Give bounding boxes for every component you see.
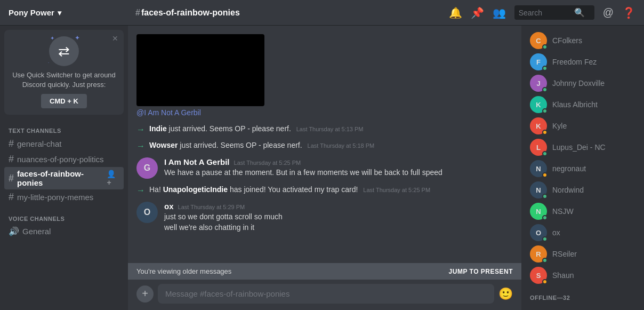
- status-online-dot: [542, 66, 548, 71]
- timestamp: Last Thursday at 5:18 PM: [308, 142, 375, 149]
- server-name[interactable]: Pony Power ▾: [9, 8, 131, 17]
- member-cfolkers[interactable]: C CFolkers: [524, 30, 642, 51]
- member-kyle[interactable]: K Kyle: [524, 115, 642, 137]
- member-nordwind[interactable]: N Nordwind: [524, 179, 642, 201]
- member-name: Johnny Doxville: [552, 79, 605, 88]
- status-online-dot: [542, 44, 548, 50]
- chevron-down-icon: ▾: [58, 9, 61, 17]
- left-sidebar: ✕ ⇄ ✦ ✦ · Use Quick Switcher to get arou…: [0, 26, 128, 310]
- avatar: G: [136, 157, 158, 179]
- offline-section-label: OFFLINE—32: [521, 286, 644, 303]
- voice-channels-label: VOICE CHANNELS: [4, 216, 124, 222]
- message-timestamp: Last Thursday at 5:25 PM: [234, 160, 301, 166]
- text-channels-label: TEXT CHANNELS: [4, 128, 124, 134]
- channel-title: #faces-of-rainbow-ponies: [131, 8, 449, 18]
- pin-icon[interactable]: 📌: [471, 6, 484, 19]
- center-content: @I Am Not A Gerbil → Indie just arrived.…: [128, 26, 521, 310]
- sidebar-item-general-voice[interactable]: 🔊 General: [4, 224, 124, 239]
- member-name: Nordwind: [552, 186, 584, 194]
- voice-channels-section: VOICE CHANNELS 🔊 General: [0, 207, 128, 241]
- member-name: NSJW: [552, 207, 574, 216]
- sidebar-item-general-chat[interactable]: # general-chat: [4, 136, 124, 152]
- bell-icon[interactable]: 🔔: [449, 6, 462, 19]
- member-freedom-fez[interactable]: F Freedom Fez: [524, 51, 642, 73]
- member-lupus-dei[interactable]: L Lupus_Dei - NC: [524, 137, 642, 158]
- older-banner-text: You're viewing older messages: [136, 267, 231, 275]
- member-name: Klaus Albricht: [552, 100, 598, 109]
- system-message-1: → Indie just arrived. Seems OP - please …: [136, 123, 513, 136]
- member-name: ox: [552, 228, 560, 237]
- member-negronaut[interactable]: N negronaut: [524, 158, 642, 179]
- message-ox: O ox Last Thursday at 5:29 PM just so we…: [136, 201, 513, 234]
- search-bar[interactable]: 🔍: [514, 5, 594, 20]
- older-messages-banner: You're viewing older messages JUMP TO PR…: [128, 263, 521, 280]
- server-name-label: Pony Power: [9, 8, 54, 17]
- avatar: K: [530, 96, 547, 113]
- avatar: O: [136, 202, 158, 223]
- message-input[interactable]: [158, 284, 494, 304]
- message-header: I Am Not A Gerbil Last Thursday at 5:25 …: [164, 157, 513, 166]
- status-idle-dot: [542, 130, 548, 135]
- status-online-dot: [542, 87, 548, 92]
- avatar: N: [530, 203, 547, 220]
- at-icon[interactable]: @: [603, 6, 614, 19]
- image-placeholder: [136, 34, 264, 106]
- attachment-button[interactable]: +: [136, 285, 154, 303]
- arrow-icon: →: [136, 141, 145, 151]
- member-name: RSeiler: [552, 250, 577, 258]
- member-name: Kyle: [552, 122, 567, 130]
- join-timestamp: Last Thursday at 5:25 PM: [363, 187, 430, 193]
- members-icon[interactable]: 👥: [493, 6, 506, 19]
- member-name: Shaun: [552, 271, 574, 280]
- quick-switcher-text: Use Quick Switcher to get around Discord…: [11, 70, 117, 90]
- message-timestamp: Last Thursday at 5:29 PM: [178, 204, 245, 210]
- message-content-2: well we're also chatting in it: [164, 222, 513, 233]
- avatar: R: [530, 245, 547, 263]
- member-shaun[interactable]: S Shaun: [524, 265, 642, 286]
- jump-to-present-button[interactable]: JUMP TO PRESENT: [449, 268, 513, 275]
- messages-area: @I Am Not A Gerbil → Indie just arrived.…: [128, 26, 521, 263]
- join-username: UnapologeticIndie: [163, 185, 228, 194]
- sidebar-item-my-little-pony-memes[interactable]: # my-little-pony-memes: [4, 189, 124, 205]
- message-username: ox: [164, 202, 174, 211]
- mention-tag: @I Am Not A Gerbil: [136, 108, 513, 117]
- emoji-button[interactable]: 🙂: [498, 287, 513, 301]
- member-ox[interactable]: O ox: [524, 222, 642, 243]
- top-icons: 🔔 📌 👥 🔍 @ ❓: [449, 5, 635, 20]
- status-idle-dot: [542, 172, 548, 178]
- channel-name: general-chat: [17, 139, 61, 148]
- status-online-dot: [542, 194, 548, 199]
- arrow-icon: →: [136, 186, 145, 195]
- sidebar-item-nuances-of-pony-politics[interactable]: # nuances-of-pony-politics: [4, 152, 124, 167]
- avatar: C: [530, 32, 547, 49]
- add-member-icon[interactable]: 👤+: [107, 170, 119, 187]
- sparkle-icon: ✦: [50, 35, 54, 41]
- search-icon: 🔍: [574, 7, 585, 18]
- quick-switcher-popup: ✕ ⇄ ✦ ✦ · Use Quick Switcher to get arou…: [4, 30, 124, 115]
- avatar: O: [530, 224, 547, 241]
- hash-icon: #: [9, 138, 14, 149]
- main-layout: ✕ ⇄ ✦ ✦ · Use Quick Switcher to get arou…: [0, 26, 644, 310]
- message-body: I Am Not A Gerbil Last Thursday at 5:25 …: [164, 157, 513, 179]
- avatar: N: [530, 181, 547, 198]
- status-online-dot: [542, 151, 548, 156]
- status-idle-dot: [542, 279, 548, 284]
- sparkle-icon: ✦: [75, 34, 80, 42]
- member-klaus-albricht[interactable]: K Klaus Albricht: [524, 94, 642, 115]
- status-online-dot: [542, 108, 548, 114]
- arrow-icon: →: [136, 125, 145, 134]
- member-name: Lupus_Dei - NC: [552, 143, 606, 152]
- message-content: We have a pause at the moment. But in a …: [164, 168, 513, 178]
- member-nsjw[interactable]: N NSJW: [524, 201, 642, 222]
- avatar: K: [530, 117, 547, 134]
- member-rseiler[interactable]: R RSeiler: [524, 243, 642, 265]
- avatar: L: [530, 139, 547, 156]
- search-input[interactable]: [519, 9, 572, 17]
- member-johnny-doxville[interactable]: J Johnny Doxville: [524, 73, 642, 94]
- sys-text-after: has joined! You activated my trap card!: [228, 185, 358, 194]
- close-icon[interactable]: ✕: [112, 34, 118, 43]
- help-icon[interactable]: ❓: [622, 6, 635, 19]
- sidebar-item-faces-of-rainbow-ponies[interactable]: # faces-of-rainbow-ponies 👤+: [4, 167, 124, 189]
- message-content-1: just so we dont gotta scroll so much: [164, 212, 513, 222]
- join-message: → Ha! UnapologeticIndie has joined! You …: [136, 184, 513, 196]
